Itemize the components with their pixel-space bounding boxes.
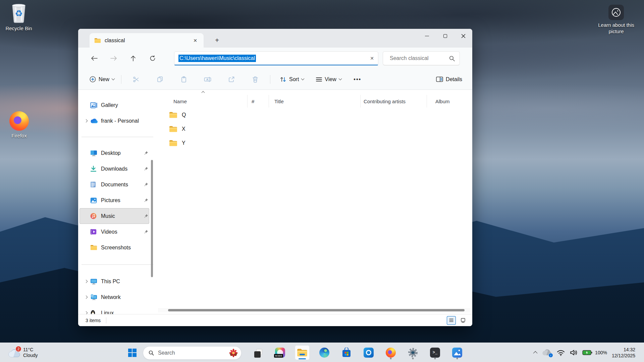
terminal-button[interactable]: >_	[428, 345, 442, 360]
sidebar-item-downloads[interactable]: Downloads	[79, 161, 149, 177]
m365-badge: M365	[274, 354, 283, 358]
paste-button[interactable]	[177, 73, 191, 86]
maximize-icon	[443, 34, 447, 38]
settings-button[interactable]	[406, 345, 420, 360]
weather-temperature: 11°C	[23, 347, 38, 353]
horizontal-scrollbar[interactable]	[168, 309, 465, 311]
details-label: Details	[446, 76, 462, 82]
search-icon	[449, 56, 455, 61]
gallery-icon	[90, 102, 101, 108]
pin-icon	[143, 151, 149, 156]
tab-classical[interactable]: classical ✕	[90, 33, 204, 48]
new-tab-button[interactable]: +	[211, 33, 223, 48]
view-icon	[316, 77, 322, 82]
chevron-right-icon[interactable]	[82, 280, 90, 283]
settings-gear-icon	[408, 347, 418, 358]
sidebar-item-onedrive-personal[interactable]: frank - Personal	[79, 113, 149, 129]
task-view-button[interactable]	[251, 345, 265, 360]
microsoft-store-button[interactable]	[339, 345, 354, 360]
pin-icon	[143, 182, 149, 187]
new-button[interactable]: New	[86, 73, 118, 85]
column-header-title[interactable]: Title	[269, 95, 361, 108]
weather-alert-badge: 2	[15, 346, 21, 352]
sidebar-item-desktop[interactable]: Desktop	[79, 145, 149, 161]
up-button[interactable]	[126, 52, 141, 65]
start-button[interactable]	[125, 345, 140, 360]
m365-copilot-button[interactable]: M365	[273, 345, 287, 360]
recycle-bin-desktop-icon[interactable]: ♻ Recycle Bin	[3, 3, 34, 32]
sidebar-item-music[interactable]: Music	[79, 208, 149, 224]
tray-overflow-chevron-icon[interactable]	[533, 351, 538, 355]
taskbar-search-box[interactable]: Search	[143, 346, 241, 360]
clock-widget[interactable]: 14:32 12/12/2025	[612, 347, 635, 359]
outlook-button[interactable]	[361, 345, 376, 360]
address-bar[interactable]: C:\Users\hawen\Music\classical ✕	[174, 51, 378, 65]
sidebar-item-this-pc[interactable]: This PC	[79, 274, 149, 289]
firefox-button[interactable]	[383, 345, 398, 360]
volume-icon[interactable]	[570, 349, 578, 356]
sidebar-item-screenshots[interactable]: Screenshots	[79, 240, 149, 255]
weather-widget[interactable]: 2 11°C Cloudy	[5, 343, 41, 362]
learn-about-picture-icon[interactable]: Learn about this picture	[598, 5, 635, 35]
sidebar-item-gallery[interactable]: Gallery	[79, 97, 149, 113]
sidebar-item-videos[interactable]: Videos	[79, 224, 149, 240]
refresh-button[interactable]	[145, 52, 160, 65]
onedrive-tray-icon[interactable]: i	[542, 349, 552, 356]
file-row-folder-x[interactable]: X	[158, 122, 472, 136]
minimize-button[interactable]	[418, 29, 436, 43]
sidebar-item-network[interactable]: Network	[79, 289, 149, 305]
more-options-button[interactable]: •••	[351, 73, 364, 86]
close-button[interactable]	[454, 29, 472, 43]
view-button[interactable]: View	[313, 74, 344, 85]
wifi-icon[interactable]	[557, 350, 565, 356]
sidebar-label: Downloads	[101, 166, 143, 172]
search-placeholder: Search classical	[390, 55, 449, 61]
cut-button[interactable]	[129, 73, 143, 86]
taskbar-search-placeholder: Search	[158, 350, 225, 356]
maximize-button[interactable]	[436, 29, 454, 43]
share-button[interactable]	[225, 73, 238, 86]
tab-close-icon[interactable]: ✕	[191, 36, 200, 45]
file-row-folder-q[interactable]: Q	[158, 108, 472, 122]
details-view-icon	[449, 318, 453, 322]
clear-address-icon[interactable]: ✕	[370, 56, 374, 61]
sort-button[interactable]: Sort	[276, 74, 307, 85]
column-header-album[interactable]: Album	[427, 95, 472, 108]
chevron-right-icon[interactable]	[82, 296, 90, 298]
title-bar[interactable]: classical ✕ +	[78, 29, 472, 48]
edge-button[interactable]	[317, 345, 332, 360]
rename-button[interactable]	[201, 73, 214, 86]
chevron-right-icon[interactable]	[82, 120, 90, 122]
column-header-name[interactable]: Name	[158, 95, 248, 108]
search-box[interactable]: Search classical	[383, 51, 460, 65]
chevron-down-icon	[301, 77, 305, 80]
delete-button[interactable]	[249, 73, 262, 86]
firefox-desktop-icon[interactable]: Firefox	[4, 111, 34, 139]
paste-icon	[180, 76, 187, 83]
column-header-contributing-artists[interactable]: Contributing artists	[361, 95, 427, 108]
sidebar-item-linux[interactable]: Linux	[79, 305, 149, 314]
sidebar-item-documents[interactable]: Documents	[79, 177, 149, 192]
copy-button[interactable]	[153, 73, 167, 86]
sidebar-scrollbar[interactable]	[151, 160, 153, 277]
forward-button[interactable]	[106, 52, 121, 65]
outlook-icon	[364, 348, 374, 358]
back-button[interactable]	[87, 52, 102, 65]
details-view-toggle[interactable]	[447, 316, 456, 325]
battery-icon[interactable]	[582, 350, 592, 356]
file-explorer-window: classical ✕ +	[78, 29, 472, 326]
poinsettia-flower-icon	[229, 349, 238, 357]
pin-icon	[143, 214, 149, 219]
sidebar-item-pictures[interactable]: Pictures	[79, 192, 149, 208]
file-explorer-button[interactable]	[295, 345, 310, 360]
folder-icon	[169, 126, 177, 132]
chevron-right-icon[interactable]	[82, 312, 90, 314]
toolbar-separator	[121, 75, 121, 84]
photos-button[interactable]	[450, 345, 465, 360]
file-row-folder-y[interactable]: Y	[158, 136, 472, 150]
column-header-number[interactable]: #	[248, 95, 269, 108]
sort-ascending-icon	[202, 91, 205, 95]
large-icons-view-toggle[interactable]	[459, 316, 468, 325]
learn-about-label: Learn about this picture	[598, 22, 635, 35]
details-button[interactable]: Details	[433, 74, 466, 85]
